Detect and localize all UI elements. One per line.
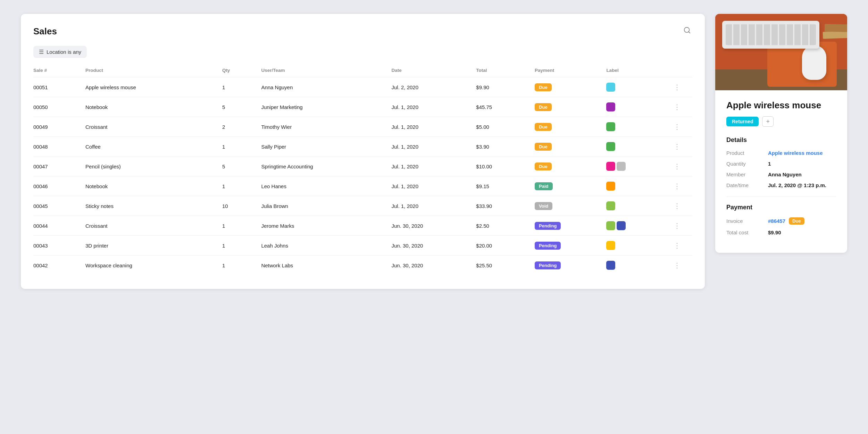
more-actions-button[interactable]: ⋮ — [671, 241, 683, 250]
detail-product-name: Apple wireless mouse — [726, 100, 836, 111]
table-header-row: Sale # Product Qty User/Team Date Total … — [33, 68, 692, 77]
cell-date: Jul. 1, 2020 — [391, 137, 476, 157]
cell-date: Jul. 1, 2020 — [391, 157, 476, 176]
label-color-dot[interactable] — [606, 162, 615, 171]
col-header-label: Label — [606, 68, 671, 77]
cell-qty: 5 — [222, 157, 261, 176]
cell-user: Julia Brown — [261, 196, 391, 216]
cell-product: Workspace cleaning — [85, 256, 222, 275]
label-color-dot[interactable] — [606, 122, 615, 131]
table-row[interactable]: 00050Notebook5Juniper MarketingJul. 1, 2… — [33, 97, 692, 117]
cell-action: ⋮ — [671, 77, 692, 97]
cell-total: $20.00 — [476, 236, 535, 256]
col-header-user: User/Team — [261, 68, 391, 77]
more-actions-button[interactable]: ⋮ — [671, 181, 683, 191]
product-image — [715, 14, 847, 90]
detail-value-member: Anna Nguyen — [768, 172, 802, 177]
label-color-dot[interactable] — [617, 162, 626, 171]
cell-payment: Void — [535, 196, 606, 216]
cell-total: $9.15 — [476, 176, 535, 196]
search-button[interactable] — [682, 25, 692, 37]
more-actions-button[interactable]: ⋮ — [671, 201, 683, 211]
cell-payment: Paid — [535, 176, 606, 196]
table-row[interactable]: 00049Croissant2Timothy WierJul. 1, 2020$… — [33, 117, 692, 137]
more-actions-button[interactable]: ⋮ — [671, 102, 683, 112]
cell-qty: 1 — [222, 77, 261, 97]
more-actions-button[interactable]: ⋮ — [671, 82, 683, 92]
cell-qty: 5 — [222, 97, 261, 117]
label-color-dot[interactable] — [606, 221, 615, 230]
cell-label — [606, 97, 671, 117]
filter-icon: ☰ — [39, 49, 44, 55]
cell-product: Croissant — [85, 216, 222, 236]
cell-user: Timothy Wier — [261, 117, 391, 137]
more-actions-button[interactable]: ⋮ — [671, 260, 683, 270]
label-color-dot[interactable] — [606, 142, 615, 151]
cell-product: Notebook — [85, 176, 222, 196]
cell-action: ⋮ — [671, 157, 692, 176]
detail-divider — [726, 197, 836, 197]
table-row[interactable]: 00044Croissant1Jerome MarksJun. 30, 2020… — [33, 216, 692, 236]
cell-action: ⋮ — [671, 97, 692, 117]
cell-action: ⋮ — [671, 176, 692, 196]
detail-panel: Apple wireless mouse Returned + Details … — [715, 14, 847, 253]
location-filter-chip[interactable]: ☰ Location is any — [33, 46, 87, 58]
cell-date: Jul. 2, 2020 — [391, 77, 476, 97]
payment-badge: Pending — [535, 261, 561, 269]
label-color-dot[interactable] — [606, 102, 615, 111]
more-actions-button[interactable]: ⋮ — [671, 221, 683, 231]
cell-action: ⋮ — [671, 216, 692, 236]
payment-badge: Due — [535, 83, 552, 91]
cell-user: Springtime Accounting — [261, 157, 391, 176]
payment-badge: Due — [535, 143, 552, 151]
cell-total: $9.90 — [476, 77, 535, 97]
table-row[interactable]: 00047Pencil (singles)5Springtime Account… — [33, 157, 692, 176]
table-row[interactable]: 00042Workspace cleaning1Network LabsJun.… — [33, 256, 692, 275]
invoice-row: #86457 Due — [768, 217, 804, 225]
filter-chip-label: Location is any — [47, 49, 81, 55]
cell-qty: 1 — [222, 176, 261, 196]
invoice-link[interactable]: #86457 — [768, 218, 785, 224]
add-tag-button[interactable]: + — [762, 116, 774, 127]
cell-user: Leah Johns — [261, 236, 391, 256]
label-color-dot[interactable] — [606, 201, 615, 210]
table-row[interactable]: 000433D printer1Leah JohnsJun. 30, 2020$… — [33, 236, 692, 256]
more-actions-button[interactable]: ⋮ — [671, 142, 683, 151]
label-color-dot[interactable] — [606, 182, 615, 191]
payment-badge: Due — [535, 162, 552, 170]
cell-action: ⋮ — [671, 236, 692, 256]
cell-date: Jul. 1, 2020 — [391, 196, 476, 216]
more-actions-button[interactable]: ⋮ — [671, 122, 683, 132]
label-color-dot[interactable] — [617, 221, 626, 230]
detail-label-member: Member — [726, 172, 768, 177]
table-row[interactable]: 00048Coffee1Sally PiperJul. 1, 2020$3.90… — [33, 137, 692, 157]
cell-sale-id: 00050 — [33, 97, 85, 117]
detail-label-datetime: Date/time — [726, 182, 768, 188]
table-row[interactable]: 00046Notebook1Leo HanesJul. 1, 2020$9.15… — [33, 176, 692, 196]
payment-badge: Due — [535, 103, 552, 111]
sales-table: Sale # Product Qty User/Team Date Total … — [33, 68, 692, 275]
detail-value-product[interactable]: Apple wireless mouse — [768, 150, 823, 156]
table-row[interactable]: 00045Sticky notes10Julia BrownJul. 1, 20… — [33, 196, 692, 216]
detail-label-invoice: Invoice — [726, 218, 768, 224]
cell-label — [606, 117, 671, 137]
cell-date: Jul. 1, 2020 — [391, 97, 476, 117]
col-header-total: Total — [476, 68, 535, 77]
cell-sale-id: 00045 — [33, 196, 85, 216]
more-actions-button[interactable]: ⋮ — [671, 161, 683, 171]
label-color-dot[interactable] — [606, 241, 615, 250]
sales-panel: Sales ☰ Location is any Sale # Product Q… — [21, 14, 705, 289]
detail-row-invoice: Invoice #86457 Due — [726, 217, 836, 225]
cell-label — [606, 196, 671, 216]
label-color-dot[interactable] — [606, 83, 615, 92]
cell-sale-id: 00051 — [33, 77, 85, 97]
table-row[interactable]: 00051Apple wireless mouse1Anna NguyenJul… — [33, 77, 692, 97]
cell-qty: 1 — [222, 137, 261, 157]
cell-total: $25.50 — [476, 256, 535, 275]
returned-tag-button[interactable]: Returned — [726, 117, 759, 126]
label-color-dot[interactable] — [606, 261, 615, 270]
detail-row-datetime: Date/time Jul. 2, 2020 @ 1:23 p.m. — [726, 182, 836, 188]
cell-date: Jun. 30, 2020 — [391, 256, 476, 275]
books-illustration — [823, 24, 847, 56]
cell-payment: Pending — [535, 216, 606, 236]
